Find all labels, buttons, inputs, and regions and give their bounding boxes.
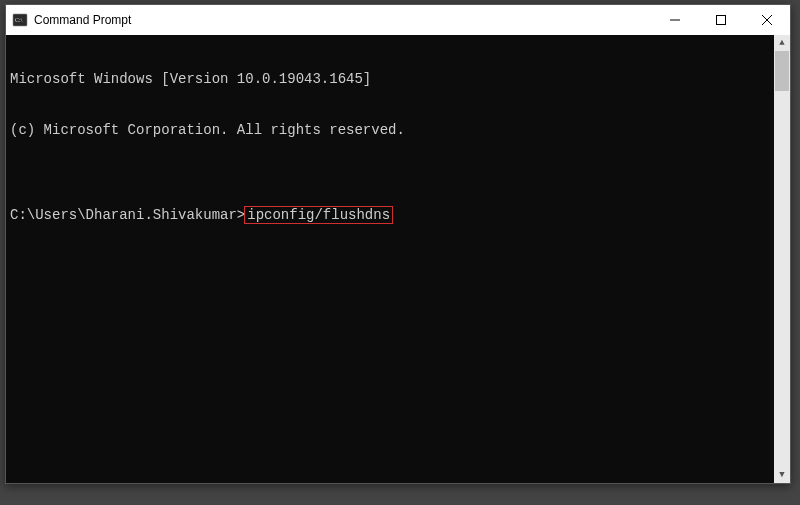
window-controls xyxy=(652,5,790,35)
window-title: Command Prompt xyxy=(34,13,131,27)
scroll-down-arrow[interactable]: ▼ xyxy=(774,467,790,483)
prompt-line: C:\Users\Dharani.Shivakumar>ipconfig/flu… xyxy=(10,207,786,224)
close-button[interactable] xyxy=(744,5,790,35)
svg-text:C:\: C:\ xyxy=(15,17,23,23)
prompt-path: C:\Users\Dharani.Shivakumar> xyxy=(10,207,245,223)
command-text: ipconfig/flushdns xyxy=(244,206,393,224)
scrollbar-thumb[interactable] xyxy=(775,51,789,91)
title-left: C:\ Command Prompt xyxy=(6,12,131,28)
svg-rect-3 xyxy=(717,16,726,25)
scroll-up-arrow[interactable]: ▲ xyxy=(774,35,790,51)
command-prompt-window: C:\ Command Prompt Microsoft Windows [Ve… xyxy=(5,4,791,484)
terminal-area[interactable]: Microsoft Windows [Version 10.0.19043.16… xyxy=(6,35,790,483)
maximize-button[interactable] xyxy=(698,5,744,35)
copyright-line: (c) Microsoft Corporation. All rights re… xyxy=(10,122,786,139)
cmd-icon: C:\ xyxy=(12,12,28,28)
minimize-button[interactable] xyxy=(652,5,698,35)
titlebar: C:\ Command Prompt xyxy=(6,5,790,35)
version-line: Microsoft Windows [Version 10.0.19043.16… xyxy=(10,71,786,88)
vertical-scrollbar[interactable]: ▲ ▼ xyxy=(774,35,790,483)
